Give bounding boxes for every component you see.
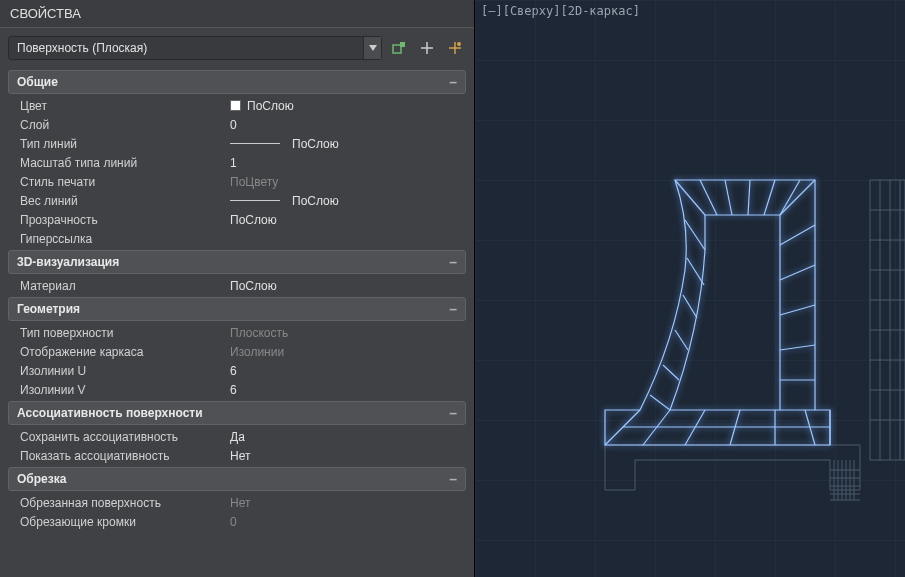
- svg-line-42: [663, 365, 679, 380]
- select-objects-icon[interactable]: [444, 37, 466, 59]
- properties-panel: СВОЙСТВА Поверхность (Плоская) Общие – Ц…: [0, 0, 475, 577]
- section-geometry[interactable]: Геометрия –: [8, 297, 466, 321]
- prop-surftype[interactable]: Тип поверхности Плоскость: [0, 323, 474, 342]
- svg-line-38: [685, 220, 705, 250]
- section-trim[interactable]: Обрезка –: [8, 467, 466, 491]
- svg-line-29: [764, 180, 775, 215]
- panel-title: СВОЙСТВА: [0, 0, 474, 28]
- svg-line-32: [780, 225, 815, 245]
- section-title: Обрезка: [17, 472, 66, 486]
- prop-isou[interactable]: Изолинии U 6: [0, 361, 474, 380]
- dropdown-toggle[interactable]: [363, 37, 381, 59]
- prop-color[interactable]: Цвет ПоСлою: [0, 96, 474, 115]
- svg-point-2: [457, 42, 461, 46]
- prop-show-assoc[interactable]: Показать ассоциативность Нет: [0, 446, 474, 465]
- collapse-icon: –: [449, 301, 457, 317]
- toggle-pim-icon[interactable]: [388, 37, 410, 59]
- object-type-dropdown[interactable]: Поверхность (Плоская): [8, 36, 382, 60]
- prop-lineweight[interactable]: Вес линий ПоСлою: [0, 191, 474, 210]
- collapse-icon: –: [449, 254, 457, 270]
- section-title: Геометрия: [17, 302, 80, 316]
- prop-material[interactable]: Материал ПоСлою: [0, 276, 474, 295]
- prop-transparency[interactable]: Прозрачность ПоСлою: [0, 210, 474, 229]
- toolbar: Поверхность (Плоская): [0, 28, 474, 68]
- svg-rect-0: [393, 45, 401, 53]
- prop-trimmed[interactable]: Обрезанная поверхность Нет: [0, 493, 474, 512]
- svg-line-41: [675, 330, 688, 350]
- svg-line-39: [687, 258, 704, 285]
- section-general[interactable]: Общие –: [8, 70, 466, 94]
- section-title: Общие: [17, 75, 58, 89]
- prop-keep-assoc[interactable]: Сохранить ассоциативность Да: [0, 427, 474, 446]
- prop-hyperlink[interactable]: Гиперссылка: [0, 229, 474, 248]
- drawing-canvas: [475, 0, 905, 577]
- quick-select-icon[interactable]: [416, 37, 438, 59]
- collapse-icon: –: [449, 405, 457, 421]
- lineweight-preview: [230, 200, 280, 201]
- section-title: Ассоциативность поверхности: [17, 406, 203, 420]
- section-associativity[interactable]: Ассоциативность поверхности –: [8, 401, 466, 425]
- svg-line-35: [780, 345, 815, 350]
- prop-isov[interactable]: Изолинии V 6: [0, 380, 474, 399]
- section-title: 3D-визуализация: [17, 255, 119, 269]
- prop-layer[interactable]: Слой 0: [0, 115, 474, 134]
- svg-line-27: [725, 180, 732, 215]
- color-swatch: [230, 100, 241, 111]
- prop-ltscale[interactable]: Масштаб типа линий 1: [0, 153, 474, 172]
- svg-rect-1: [400, 42, 405, 47]
- linetype-preview: [230, 143, 280, 144]
- collapse-icon: –: [449, 471, 457, 487]
- prop-trim-edges[interactable]: Обрезающие кромки 0: [0, 512, 474, 531]
- prop-plotstyle[interactable]: Стиль печати ПоЦвету: [0, 172, 474, 191]
- dropdown-text: Поверхность (Плоская): [9, 41, 363, 55]
- prop-wireframe[interactable]: Отображение каркаса Изолинии: [0, 342, 474, 361]
- svg-line-33: [780, 265, 815, 280]
- svg-line-40: [683, 295, 697, 318]
- svg-line-26: [700, 180, 717, 215]
- svg-line-43: [650, 395, 670, 410]
- prop-linetype[interactable]: Тип линий ПоСлою: [0, 134, 474, 153]
- svg-line-28: [748, 180, 750, 215]
- svg-line-34: [780, 305, 815, 315]
- drawing-viewport[interactable]: [–][Сверху][2D-каркас]: [475, 0, 905, 577]
- section-3dvisual[interactable]: 3D-визуализация –: [8, 250, 466, 274]
- collapse-icon: –: [449, 74, 457, 90]
